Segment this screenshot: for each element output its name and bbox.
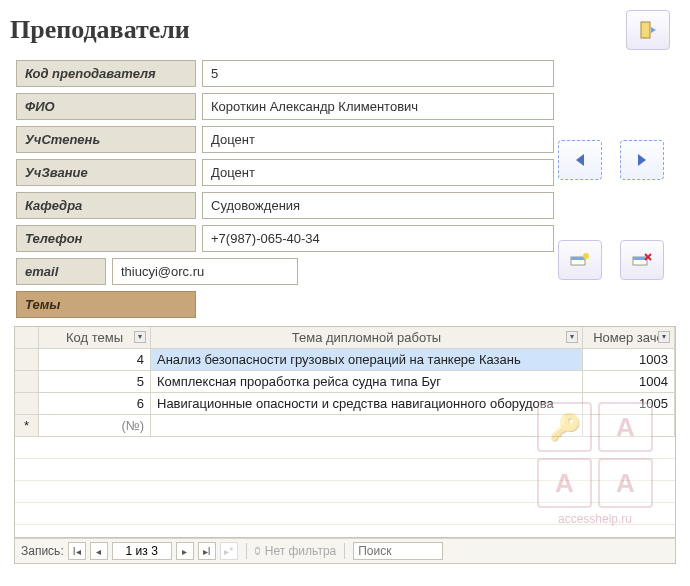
new-row-icon — [570, 252, 590, 268]
svg-marker-3 — [638, 154, 646, 166]
triangle-right-icon — [636, 153, 648, 167]
rank-field[interactable] — [202, 159, 554, 186]
table-row[interactable]: 4 Анализ безопасности грузовых операций … — [15, 349, 675, 371]
row-selector[interactable] — [15, 349, 39, 371]
cell-id[interactable]: 5 — [39, 371, 151, 393]
page-title: Преподаватели — [10, 15, 190, 45]
topics-subform: Код темы▾ Тема дипломной работы▾ Номер з… — [14, 326, 676, 538]
chevron-down-icon[interactable]: ▾ — [566, 331, 578, 343]
cell-id[interactable]: 6 — [39, 393, 151, 415]
first-record-button[interactable]: I◂ — [68, 542, 86, 560]
grid-header: Код темы▾ Тема дипломной работы▾ Номер з… — [15, 327, 675, 349]
svg-marker-2 — [576, 154, 584, 166]
delete-record-button[interactable] — [620, 240, 664, 280]
phone-field[interactable] — [202, 225, 554, 252]
next-record-button-nav[interactable]: ▸ — [176, 542, 194, 560]
cell-num[interactable]: 1003 — [583, 349, 675, 371]
svg-marker-1 — [651, 27, 656, 33]
svg-rect-0 — [641, 22, 650, 38]
svg-rect-5 — [571, 257, 585, 260]
cell-topic[interactable] — [151, 415, 583, 437]
cell-id[interactable]: 4 — [39, 349, 151, 371]
door-exit-icon — [638, 20, 658, 40]
new-row-marker: * — [15, 415, 39, 437]
new-record-nav-button[interactable]: ▸* — [220, 542, 238, 560]
label-rank: УчЗвание — [16, 159, 196, 186]
email-field[interactable] — [112, 258, 298, 285]
cell-topic[interactable]: Анализ безопасности грузовых операций на… — [151, 349, 583, 371]
col-header-topic[interactable]: Тема дипломной работы▾ — [151, 327, 583, 349]
label-fio: ФИО — [16, 93, 196, 120]
delete-row-icon — [632, 252, 652, 268]
col-header-num[interactable]: Номер заче▾ — [583, 327, 675, 349]
cell-num[interactable]: 1004 — [583, 371, 675, 393]
chevron-down-icon[interactable]: ▾ — [658, 331, 670, 343]
table-row[interactable]: 6 Навигационные опасности и средства нав… — [15, 393, 675, 415]
triangle-left-icon — [574, 153, 586, 167]
last-record-button[interactable]: ▸I — [198, 542, 216, 560]
close-form-button[interactable] — [626, 10, 670, 50]
row-selector[interactable] — [15, 371, 39, 393]
label-dept: Кафедра — [16, 192, 196, 219]
table-new-row[interactable]: * (№) — [15, 415, 675, 437]
table-row[interactable]: 5 Комплексная проработка рейса судна тип… — [15, 371, 675, 393]
dept-field[interactable] — [202, 192, 554, 219]
cell-num[interactable]: 1005 — [583, 393, 675, 415]
chevron-down-icon[interactable]: ▾ — [134, 331, 146, 343]
fio-field[interactable] — [202, 93, 554, 120]
cell-topic[interactable]: Комплексная проработка рейса судна типа … — [151, 371, 583, 393]
label-phone: Телефон — [16, 225, 196, 252]
next-record-button[interactable] — [620, 140, 664, 180]
row-selector[interactable] — [15, 393, 39, 415]
prev-record-button-nav[interactable]: ◂ — [90, 542, 108, 560]
prev-record-button[interactable] — [558, 140, 602, 180]
topics-section-label: Темы — [16, 291, 196, 318]
search-input[interactable] — [353, 542, 443, 560]
cell-topic[interactable]: Навигационные опасности и средства навиг… — [151, 393, 583, 415]
col-header-id[interactable]: Код темы▾ — [39, 327, 151, 349]
grid-empty-area — [15, 437, 675, 537]
svg-point-6 — [583, 253, 589, 259]
record-navigator: Запись: I◂ ◂ ▸ ▸I ▸* ⧮ Нет фильтра — [14, 538, 676, 564]
no-filter-label: Нет фильтра — [265, 544, 337, 558]
new-record-button[interactable] — [558, 240, 602, 280]
new-row-placeholder[interactable]: (№) — [39, 415, 151, 437]
record-position-field[interactable] — [112, 542, 172, 560]
label-email: email — [16, 258, 106, 285]
label-teacher-id: Код преподавателя — [16, 60, 196, 87]
label-degree: УчСтепень — [16, 126, 196, 153]
cell-num[interactable] — [583, 415, 675, 437]
teacher-id-field[interactable] — [202, 60, 554, 87]
row-selector-header[interactable] — [15, 327, 39, 349]
degree-field[interactable] — [202, 126, 554, 153]
recnav-label: Запись: — [21, 544, 64, 558]
filter-off-icon: ⧮ — [255, 544, 261, 558]
